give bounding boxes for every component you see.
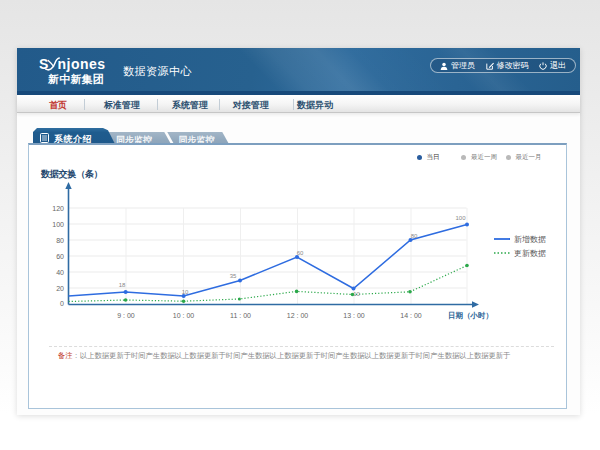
svg-text:更新数据: 更新数据 bbox=[514, 249, 546, 258]
svg-text:12 : 00: 12 : 00 bbox=[287, 312, 309, 319]
svg-text:100: 100 bbox=[52, 221, 64, 228]
svg-text:60: 60 bbox=[56, 253, 64, 260]
svg-text:日期（小时）: 日期（小时） bbox=[448, 311, 493, 320]
svg-text:80: 80 bbox=[56, 237, 64, 244]
svg-text:10: 10 bbox=[353, 291, 360, 297]
svg-text:0: 0 bbox=[60, 300, 64, 307]
svg-text:35: 35 bbox=[230, 273, 237, 279]
svg-text:10 : 00: 10 : 00 bbox=[173, 312, 195, 319]
svg-text:新增数据: 新增数据 bbox=[514, 235, 546, 244]
svg-text:40: 40 bbox=[56, 269, 64, 276]
svg-text:11 : 00: 11 : 00 bbox=[230, 312, 251, 319]
svg-text:18: 18 bbox=[119, 282, 126, 288]
svg-text:100: 100 bbox=[455, 215, 466, 221]
svg-text:9 : 00: 9 : 00 bbox=[117, 312, 135, 319]
svg-text:14 : 00: 14 : 00 bbox=[400, 312, 422, 319]
svg-text:13 : 00: 13 : 00 bbox=[343, 312, 365, 319]
svg-text:10: 10 bbox=[182, 289, 189, 295]
svg-text:60: 60 bbox=[297, 250, 304, 256]
svg-text:120: 120 bbox=[52, 205, 64, 212]
svg-text:80: 80 bbox=[411, 233, 418, 239]
svg-text:20: 20 bbox=[56, 285, 64, 292]
